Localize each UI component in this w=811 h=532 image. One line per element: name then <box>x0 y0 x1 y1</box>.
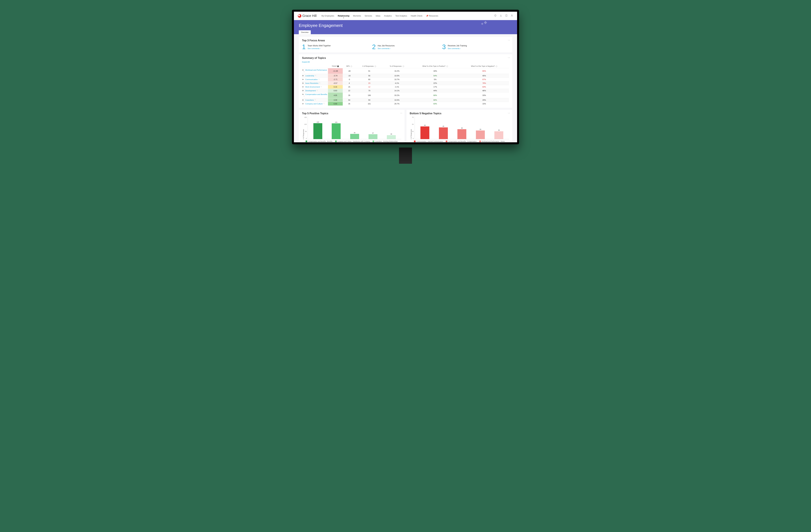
focus-item-1: 1 Team Works Well Together See comments … <box>302 44 369 50</box>
nav-item-analytics[interactable]: Analytics <box>384 15 392 17</box>
y-axis-label: # of Responses <box>410 116 412 139</box>
col-header[interactable]: What % of the Topic is Negative? i <box>459 64 509 68</box>
bar[interactable]: 37 <box>365 132 381 139</box>
col-header[interactable]: NPS i <box>343 64 356 68</box>
topic-link[interactable]: Coworkers <box>305 99 314 101</box>
expand-row-icon[interactable] <box>303 103 304 104</box>
bar[interactable]: 49 <box>416 125 433 139</box>
info-icon[interactable]: i <box>374 65 376 67</box>
legend-swatch <box>446 141 447 142</box>
search-icon[interactable] <box>318 78 320 80</box>
nav-item-resources[interactable]: 📌 Resources <box>426 15 438 17</box>
info-icon[interactable]: i <box>446 65 448 67</box>
bar[interactable]: 30 <box>490 129 507 139</box>
col-header[interactable] <box>302 64 328 68</box>
bar-value: 40 <box>354 132 355 134</box>
brand-logo[interactable]: Grace Hill <box>298 14 317 18</box>
download-icon[interactable] <box>500 14 502 17</box>
panel-menu-icon[interactable]: ⋮ <box>400 112 402 114</box>
y-tick: 75 <box>412 116 414 118</box>
expand-row-icon[interactable] <box>303 75 304 76</box>
col-header[interactable]: What % of the Topic is Positive? i <box>411 64 459 68</box>
pct-responses-cell: 28.7% <box>383 102 411 106</box>
topic-link[interactable]: Issue Resolution <box>305 82 318 84</box>
search-icon[interactable] <box>303 95 305 97</box>
svg-point-6 <box>317 90 318 91</box>
bar[interactable]: 38 <box>453 127 470 139</box>
chart-area: # of Responses 150100500 122 121 40 37 3… <box>302 116 401 139</box>
bar[interactable]: 121 <box>328 121 345 139</box>
bookmark-icon[interactable] <box>505 14 508 17</box>
page-title: Employee Engagement <box>299 23 512 28</box>
search-icon[interactable] <box>317 90 318 91</box>
bar[interactable]: 122 <box>309 121 326 139</box>
impact-cell: -3.74 <box>328 74 343 78</box>
panel-menu-icon[interactable]: ⋮ <box>508 112 510 114</box>
expand-all-link[interactable]: Expand All <box>302 61 509 63</box>
sort-desc-icon[interactable]: ▼ <box>337 65 339 67</box>
topic-link[interactable]: Communication <box>305 78 318 80</box>
legend-item[interactable]: Compensation and Benefits - Benefits <box>306 141 332 142</box>
see-comments-link[interactable]: See comments › <box>378 47 395 49</box>
topic-link[interactable]: Work Environment <box>305 86 320 88</box>
nav-item-services[interactable]: Services <box>365 15 372 17</box>
expand-row-icon[interactable] <box>303 94 304 95</box>
y-axis: 7550250 <box>412 116 415 139</box>
pct-responses-cell: 4.1% <box>383 81 411 85</box>
legend-item[interactable]: Workload and Performance - Stress <box>479 141 505 142</box>
nav-item-text-analytics[interactable]: Text Analytics <box>395 15 407 17</box>
nav-item-relationship[interactable]: Relationship <box>338 15 350 17</box>
responses-cell: 12 <box>356 85 383 89</box>
nav-item-my-employees[interactable]: My Employees <box>321 15 334 17</box>
svg-point-8 <box>315 99 316 100</box>
legend-item[interactable]: Compensation and Benefits - Compensation <box>446 141 477 142</box>
nps-cell: -5 <box>343 78 356 81</box>
topic-link[interactable]: Workload and Performance <box>305 69 327 71</box>
expand-row-icon[interactable] <box>303 79 304 80</box>
bar[interactable]: 33 <box>472 128 489 139</box>
nav-item-ideas[interactable]: Ideas <box>376 15 380 17</box>
panel-menu-icon[interactable]: ⋮ <box>508 39 510 41</box>
legend-item[interactable]: Coworkers - Working Relationships <box>372 141 398 142</box>
info-icon[interactable]: i <box>402 65 404 67</box>
expand-row-icon[interactable] <box>303 86 304 88</box>
bell-icon[interactable] <box>494 14 497 17</box>
panel-menu-icon[interactable]: ⋮ <box>508 57 510 59</box>
search-icon[interactable] <box>315 99 316 101</box>
topic-link[interactable]: Compensation and Benefits <box>305 93 327 95</box>
legend-item[interactable]: Company and Culture - Satisfaction with … <box>335 141 370 142</box>
svg-point-9 <box>324 103 324 104</box>
info-icon[interactable]: i <box>351 65 352 67</box>
tab-overview[interactable]: Overview <box>299 30 311 34</box>
expand-row-icon[interactable] <box>303 99 304 101</box>
info-icon[interactable]: i <box>496 65 497 67</box>
search-icon[interactable] <box>315 75 317 76</box>
nps-cell: 22 <box>343 89 356 93</box>
expand-row-icon[interactable] <box>303 90 304 91</box>
legend-label: Coworkers - Working Relationships <box>375 141 398 142</box>
bar-value: 49 <box>424 125 426 126</box>
y-tick: 100 <box>304 124 307 125</box>
search-icon[interactable] <box>319 82 321 84</box>
bar[interactable]: 30 <box>383 133 400 139</box>
col-header[interactable]: # of Responses i <box>356 64 383 68</box>
topic-link[interactable]: Company and Culture <box>305 103 323 105</box>
topic-link[interactable]: Development <box>305 90 316 92</box>
expand-row-icon[interactable] <box>303 82 304 84</box>
bar[interactable]: 40 <box>346 132 363 139</box>
nav-item-moments[interactable]: Moments <box>353 15 361 17</box>
legend-item[interactable]: Communication - Internal Communication <box>414 141 443 142</box>
col-header[interactable]: Impact ▼ <box>328 64 343 68</box>
topic-link[interactable]: Leadership <box>305 75 314 77</box>
search-icon[interactable] <box>323 103 325 104</box>
svg-point-2 <box>315 75 316 76</box>
expand-row-icon[interactable] <box>303 69 304 71</box>
see-comments-link[interactable]: See comments › <box>307 47 331 49</box>
see-comments-link[interactable]: See comments › <box>448 47 467 49</box>
bar[interactable]: 45 <box>435 125 452 139</box>
col-header[interactable]: % of Responses i <box>383 64 411 68</box>
user-icon[interactable] <box>510 14 513 17</box>
nav-item-health-check[interactable]: Health Check <box>411 15 423 17</box>
search-icon[interactable] <box>321 86 322 88</box>
search-icon[interactable] <box>303 71 305 73</box>
